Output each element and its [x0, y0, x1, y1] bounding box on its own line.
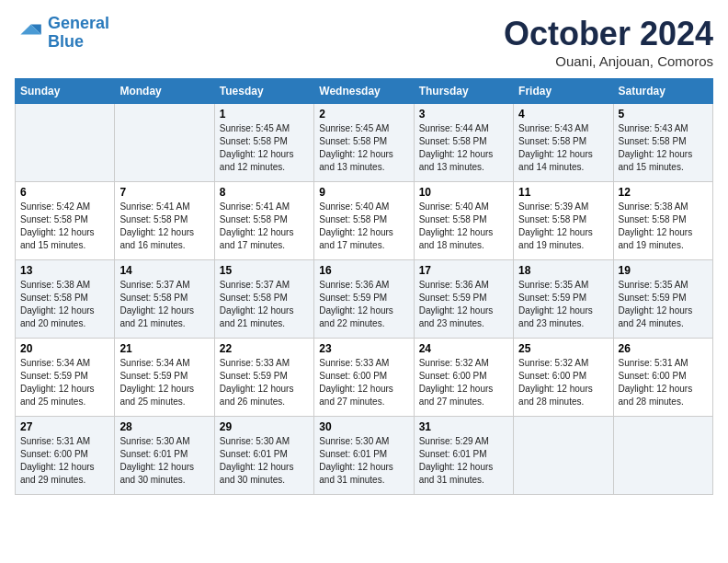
day-cell: 8Sunrise: 5:41 AM Sunset: 5:58 PM Daylig…	[214, 182, 313, 260]
day-info: Sunrise: 5:37 AM Sunset: 5:58 PM Dayligh…	[220, 279, 309, 330]
day-info: Sunrise: 5:32 AM Sunset: 6:00 PM Dayligh…	[419, 357, 508, 408]
day-number: 4	[518, 108, 608, 121]
week-row-5: 27Sunrise: 5:31 AM Sunset: 6:00 PM Dayli…	[16, 417, 713, 495]
day-cell: 28Sunrise: 5:30 AM Sunset: 6:01 PM Dayli…	[115, 417, 214, 495]
day-cell: 9Sunrise: 5:40 AM Sunset: 5:58 PM Daylig…	[314, 182, 414, 260]
header-cell-sunday: Sunday	[16, 79, 115, 104]
day-number: 11	[518, 186, 608, 199]
day-info: Sunrise: 5:30 AM Sunset: 6:01 PM Dayligh…	[319, 435, 408, 487]
day-info: Sunrise: 5:41 AM Sunset: 5:58 PM Dayligh…	[220, 201, 309, 252]
day-number: 31	[419, 420, 508, 433]
day-number: 10	[419, 186, 508, 199]
day-info: Sunrise: 5:34 AM Sunset: 5:59 PM Dayligh…	[20, 357, 109, 408]
week-row-1: 1Sunrise: 5:45 AM Sunset: 5:58 PM Daylig…	[16, 104, 713, 182]
day-info: Sunrise: 5:45 AM Sunset: 5:58 PM Dayligh…	[319, 122, 408, 174]
day-info: Sunrise: 5:39 AM Sunset: 5:58 PM Dayligh…	[518, 201, 608, 252]
day-cell: 20Sunrise: 5:34 AM Sunset: 5:59 PM Dayli…	[16, 339, 115, 417]
day-cell: 16Sunrise: 5:36 AM Sunset: 5:59 PM Dayli…	[314, 260, 414, 339]
day-cell: 25Sunrise: 5:32 AM Sunset: 6:00 PM Dayli…	[514, 339, 613, 417]
week-row-3: 13Sunrise: 5:38 AM Sunset: 5:58 PM Dayli…	[16, 260, 713, 339]
week-row-2: 6Sunrise: 5:42 AM Sunset: 5:58 PM Daylig…	[16, 182, 713, 260]
day-cell: 17Sunrise: 5:36 AM Sunset: 5:59 PM Dayli…	[414, 260, 513, 339]
day-number: 30	[319, 420, 408, 433]
day-info: Sunrise: 5:40 AM Sunset: 5:58 PM Dayligh…	[319, 201, 408, 252]
day-cell: 11Sunrise: 5:39 AM Sunset: 5:58 PM Dayli…	[514, 182, 613, 260]
day-cell: 30Sunrise: 5:30 AM Sunset: 6:01 PM Dayli…	[314, 417, 414, 495]
day-number: 28	[119, 420, 209, 433]
month-title: October 2024	[504, 15, 713, 53]
day-cell: 27Sunrise: 5:31 AM Sunset: 6:00 PM Dayli…	[16, 417, 115, 495]
day-number: 24	[419, 342, 508, 355]
day-info: Sunrise: 5:35 AM Sunset: 5:59 PM Dayligh…	[518, 279, 608, 330]
day-cell: 3Sunrise: 5:44 AM Sunset: 5:58 PM Daylig…	[414, 104, 513, 182]
day-info: Sunrise: 5:35 AM Sunset: 5:59 PM Dayligh…	[619, 279, 708, 330]
header-cell-thursday: Thursday	[414, 79, 513, 104]
day-cell: 24Sunrise: 5:32 AM Sunset: 6:00 PM Dayli…	[414, 339, 513, 417]
day-cell	[613, 417, 712, 495]
day-number: 13	[20, 264, 109, 277]
day-info: Sunrise: 5:33 AM Sunset: 5:59 PM Dayligh…	[220, 357, 309, 408]
header-cell-friday: Friday	[514, 79, 613, 104]
day-cell: 4Sunrise: 5:43 AM Sunset: 5:58 PM Daylig…	[514, 104, 613, 182]
day-info: Sunrise: 5:45 AM Sunset: 5:58 PM Dayligh…	[220, 122, 309, 174]
day-cell: 18Sunrise: 5:35 AM Sunset: 5:59 PM Dayli…	[514, 260, 613, 339]
day-info: Sunrise: 5:36 AM Sunset: 5:59 PM Dayligh…	[419, 279, 508, 330]
day-number: 9	[319, 186, 408, 199]
day-number: 5	[619, 108, 708, 121]
day-info: Sunrise: 5:41 AM Sunset: 5:58 PM Dayligh…	[119, 201, 209, 252]
day-cell: 10Sunrise: 5:40 AM Sunset: 5:58 PM Dayli…	[414, 182, 513, 260]
day-info: Sunrise: 5:38 AM Sunset: 5:58 PM Dayligh…	[20, 279, 109, 330]
day-info: Sunrise: 5:33 AM Sunset: 6:00 PM Dayligh…	[319, 357, 408, 408]
day-number: 3	[419, 108, 508, 121]
day-number: 6	[20, 186, 109, 199]
calendar-table: SundayMondayTuesdayWednesdayThursdayFrid…	[15, 78, 713, 495]
day-cell: 22Sunrise: 5:33 AM Sunset: 5:59 PM Dayli…	[214, 339, 313, 417]
day-number: 2	[319, 108, 408, 121]
day-number: 25	[518, 342, 608, 355]
day-cell: 29Sunrise: 5:30 AM Sunset: 6:01 PM Dayli…	[214, 417, 313, 495]
day-number: 22	[220, 342, 309, 355]
day-number: 15	[220, 264, 309, 277]
day-info: Sunrise: 5:37 AM Sunset: 5:58 PM Dayligh…	[119, 279, 209, 330]
logo-icon	[15, 18, 44, 48]
day-number: 20	[20, 342, 109, 355]
day-number: 21	[119, 342, 209, 355]
day-info: Sunrise: 5:38 AM Sunset: 5:58 PM Dayligh…	[619, 201, 708, 252]
day-cell: 14Sunrise: 5:37 AM Sunset: 5:58 PM Dayli…	[115, 260, 214, 339]
day-number: 16	[319, 264, 408, 277]
day-number: 29	[220, 420, 309, 433]
day-cell: 1Sunrise: 5:45 AM Sunset: 5:58 PM Daylig…	[214, 104, 313, 182]
day-number: 27	[20, 420, 109, 433]
header-row: SundayMondayTuesdayWednesdayThursdayFrid…	[16, 79, 713, 104]
day-number: 1	[220, 108, 309, 121]
day-cell: 7Sunrise: 5:41 AM Sunset: 5:58 PM Daylig…	[115, 182, 214, 260]
page-header: General Blue October 2024 Ouani, Anjouan…	[15, 15, 713, 69]
day-cell	[115, 104, 214, 182]
header-cell-saturday: Saturday	[613, 79, 712, 104]
day-info: Sunrise: 5:43 AM Sunset: 5:58 PM Dayligh…	[619, 122, 708, 174]
logo-line1: General	[48, 14, 109, 32]
day-cell: 23Sunrise: 5:33 AM Sunset: 6:00 PM Dayli…	[314, 339, 414, 417]
day-info: Sunrise: 5:30 AM Sunset: 6:01 PM Dayligh…	[220, 435, 309, 487]
day-cell: 5Sunrise: 5:43 AM Sunset: 5:58 PM Daylig…	[613, 104, 712, 182]
day-number: 23	[319, 342, 408, 355]
logo: General Blue	[15, 15, 109, 52]
day-info: Sunrise: 5:44 AM Sunset: 5:58 PM Dayligh…	[419, 122, 508, 174]
day-number: 8	[220, 186, 309, 199]
day-cell	[16, 104, 115, 182]
day-cell	[514, 417, 613, 495]
day-cell: 13Sunrise: 5:38 AM Sunset: 5:58 PM Dayli…	[16, 260, 115, 339]
day-info: Sunrise: 5:29 AM Sunset: 6:01 PM Dayligh…	[419, 435, 508, 487]
day-info: Sunrise: 5:42 AM Sunset: 5:58 PM Dayligh…	[20, 201, 109, 252]
header-cell-monday: Monday	[115, 79, 214, 104]
day-cell: 2Sunrise: 5:45 AM Sunset: 5:58 PM Daylig…	[314, 104, 414, 182]
day-cell: 12Sunrise: 5:38 AM Sunset: 5:58 PM Dayli…	[613, 182, 712, 260]
day-info: Sunrise: 5:36 AM Sunset: 5:59 PM Dayligh…	[319, 279, 408, 330]
day-cell: 6Sunrise: 5:42 AM Sunset: 5:58 PM Daylig…	[16, 182, 115, 260]
logo-text: General Blue	[48, 15, 109, 52]
location-subtitle: Ouani, Anjouan, Comoros	[504, 53, 713, 69]
day-number: 12	[619, 186, 708, 199]
header-cell-wednesday: Wednesday	[314, 79, 414, 104]
day-cell: 31Sunrise: 5:29 AM Sunset: 6:01 PM Dayli…	[414, 417, 513, 495]
day-cell: 26Sunrise: 5:31 AM Sunset: 6:00 PM Dayli…	[613, 339, 712, 417]
